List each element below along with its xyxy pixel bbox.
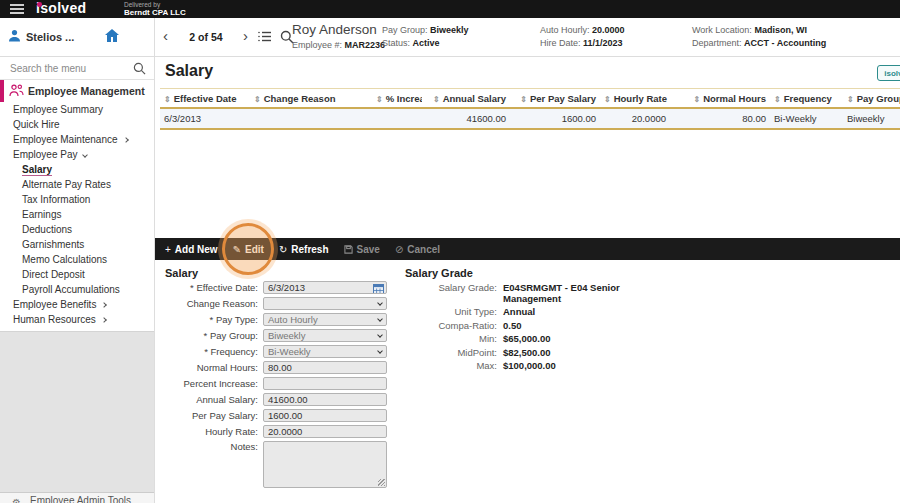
chevron-down-icon [377,332,383,338]
hourly-rate-input[interactable]: 20.0000 [263,425,387,438]
sidebar-item-earnings[interactable]: Earnings [0,207,154,222]
change-reason-select[interactable] [263,297,387,310]
save-button[interactable]: Save [344,244,380,255]
col-frequency[interactable]: ⇕Frequency [770,89,843,109]
calendar-icon[interactable] [373,283,384,294]
grade-row-midpoint: MidPoint:$82,500.00 [405,348,635,359]
refresh-button[interactable]: ↻Refresh [279,244,329,255]
sidebar-item-salary[interactable]: Salary [0,162,154,177]
sidebar: Employee Management Employee Summary Qui… [0,57,155,503]
sidebar-item-tax-information[interactable]: Tax Information [0,192,154,207]
chevron-right-icon [101,317,107,323]
section-label: Employee Management [28,85,145,97]
section-accent-bar [0,80,4,102]
grade-row-min: Min:$65,000.00 [405,334,635,345]
chevron-down-icon [377,348,383,354]
employee-management-icon [9,84,24,97]
col-annual-salary[interactable]: ⇕Annual Salary [422,89,510,109]
sidebar-item-direct-deposit[interactable]: Direct Deposit [0,267,154,282]
sidebar-item-employee-maintenance[interactable]: Employee Maintenance [0,132,154,147]
field-pay-group: * Pay Group: Biweekly [165,329,425,342]
sidebar-item-deductions[interactable]: Deductions [0,222,154,237]
employee-nav-position: 2 of 54 [177,31,235,43]
sidebar-item-employee-admin-tools[interactable]: ⚙ Employee Admin Tools [0,492,154,503]
col-hourly-rate[interactable]: ⇕Hourly Rate [600,89,670,109]
sidebar-item-payroll-accumulations[interactable]: Payroll Accumulations [0,282,154,297]
isolved-logo: isolved [36,0,86,16]
sidebar-item-employee-pay[interactable]: Employee Pay [0,147,154,162]
field-hourly-rate: Hourly Rate: 20.0000 [165,425,425,438]
grade-row-max: Max:$100,000.00 [405,361,635,372]
percent-increase-input[interactable] [263,377,387,390]
sort-icon: ⇕ [604,95,611,104]
sidebar-item-employee-benefits[interactable]: Employee Benefits [0,297,154,312]
col-change-reason[interactable]: ⇕Change Reason [250,89,372,109]
chevron-right-icon [102,302,108,308]
hamburger-menu-icon[interactable] [10,4,24,14]
current-user-name[interactable]: Stelios ... [26,31,74,43]
effective-date-input[interactable]: 6/3/2013 [263,281,387,294]
salary-form-title: Salary [165,267,198,279]
salary-grade-panel: Salary Grade:E04SRMGMT - E04 Senior Mana… [405,283,635,375]
frequency-select[interactable]: Bi-Weekly [263,345,387,358]
field-normal-hours: Normal Hours: 80.00 [165,361,425,374]
sidebar-item-alternate-pay-rates[interactable]: Alternate Pay Rates [0,177,154,192]
field-effective-date: * Effective Date: 6/3/2013 [165,281,425,294]
sort-icon: ⇕ [254,95,261,104]
cell-hourly-rate: 20.0000 [600,108,670,129]
col-normal-hours[interactable]: ⇕Normal Hours [670,89,770,109]
table-row[interactable]: 6/3/2013 41600.00 1600.00 20.0000 80.00 … [160,108,900,129]
resize-grip-icon[interactable] [378,479,385,486]
per-pay-salary-input[interactable]: 1600.00 [263,409,387,422]
grade-row-salary-grade: Salary Grade:E04SRMGMT - E04 Senior Mana… [405,283,635,304]
next-employee-icon[interactable]: › [243,26,248,46]
pay-type-select[interactable]: Auto Hourly [263,313,387,326]
cell-change-reason [250,108,372,129]
employee-list-icon[interactable] [258,31,271,42]
annual-salary-input[interactable]: 41600.00 [263,393,387,406]
sidebar-item-quick-hire[interactable]: Quick Hire [0,117,154,132]
home-icon[interactable] [105,29,119,42]
notes-textarea[interactable] [263,441,387,488]
employee-number-value: MAR2236 [345,40,386,50]
col-effective-date[interactable]: ⇕Effective Date [160,89,250,109]
col-per-pay-salary[interactable]: ⇕Per Pay Salary [510,89,600,109]
cancel-icon: ⊘ [395,244,403,255]
refresh-icon: ↻ [279,244,287,255]
sidebar-item-human-resources[interactable]: Human Resources [0,312,154,327]
salary-history-table: ⇕Effective Date ⇕Change Reason ⇕% Increa… [160,88,900,130]
user-icon [8,29,21,42]
sidebar-menu: Employee Summary Quick Hire Employee Mai… [0,102,154,332]
isolved-badge-button[interactable]: isolve [877,65,900,81]
sidebar-item-employee-summary[interactable]: Employee Summary [0,102,154,117]
add-new-button[interactable]: +Add New [165,244,218,255]
prev-employee-icon[interactable]: ‹ [163,26,168,46]
admin-tools-icon: ⚙ [12,495,21,503]
sort-icon: ⇕ [847,95,854,104]
employee-number: Employee #: MAR2236 [292,40,385,50]
sort-icon: ⇕ [164,95,171,104]
sidebar-section-employee-management[interactable]: Employee Management [0,80,154,102]
employee-header: ‹ 2 of 54 › Roy Anderson Employee #: MAR… [155,18,900,57]
chevron-right-icon [123,137,129,143]
normal-hours-input[interactable]: 80.00 [263,361,387,374]
field-change-reason: Change Reason: [165,297,425,310]
sidebar-item-memo-calculations[interactable]: Memo Calculations [0,252,154,267]
sort-icon: ⇕ [693,95,700,104]
top-app-bar: isolved Delivered by Berndt CPA LLC [0,0,900,18]
salary-form: * Effective Date: 6/3/2013 Change Reason… [165,281,425,491]
menu-search-input[interactable] [0,57,130,79]
pay-group-select[interactable]: Biweekly [263,329,387,342]
cancel-button[interactable]: ⊘Cancel [395,244,440,255]
col-pay-group[interactable]: ⇕Pay Group [843,89,900,109]
field-percent-increase: Percent Increase: [165,377,425,390]
cell-percent-increase [372,108,422,129]
col-percent-increase[interactable]: ⇕% Increase [372,89,422,109]
sidebar-item-garnishments[interactable]: Garnishments [0,237,154,252]
employee-info-col-paygroup: Pay Group: Biweekly Status: Active [382,24,469,50]
menu-search-icon[interactable] [133,62,146,75]
action-toolbar: +Add New ✎Edit ↻Refresh Save ⊘Cancel [155,238,900,260]
sort-icon: ⇕ [520,95,527,104]
delivered-by-block: Delivered by Berndt CPA LLC [124,1,186,17]
edit-button[interactable]: ✎Edit [233,244,264,255]
